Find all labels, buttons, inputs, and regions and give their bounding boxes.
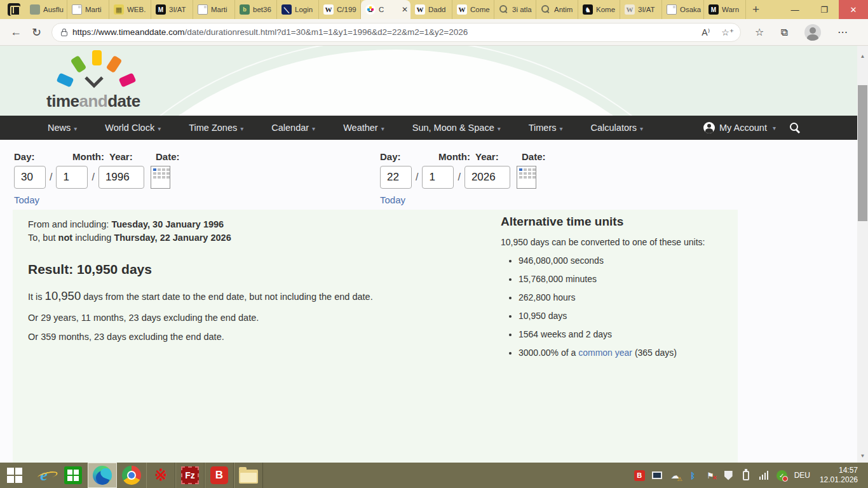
page-scrollbar[interactable]: ▲ ▼ [857,46,868,463]
end-today-link[interactable]: Today [380,194,405,205]
tab-4[interactable]: Marti [193,0,235,19]
list-item: 946,080,000 seconds [519,255,729,266]
tab-10[interactable]: WCome [452,0,494,19]
back-button[interactable]: ← [10,25,22,39]
settings-menu-icon[interactable]: ⋯ [837,26,848,38]
nav-calculators[interactable]: Calculators [591,123,644,133]
favorites-icon[interactable]: ☆ [755,26,764,38]
nav-news[interactable]: News [48,123,77,133]
taskbar-chrome[interactable] [117,463,146,488]
scrollbar-thumb[interactable] [858,85,867,221]
profile-avatar[interactable] [804,24,821,41]
refresh-button[interactable]: ↻ [32,25,41,39]
system-tray: B ☁⚠ ᛒ ⚑✕ ✓ DEU 14:57 12.01.2026 [634,466,868,485]
tray-bitdefender-icon[interactable]: B [634,470,645,481]
horse-favicon-icon: ♞ [583,4,593,15]
tab-3[interactable]: M3I/AT [151,0,193,19]
tab-16[interactable]: MWarn [704,0,746,19]
start-button[interactable] [0,463,29,488]
tab-9[interactable]: WDadd [410,0,452,19]
taskbar-bitdefender[interactable]: B [205,463,234,488]
minimize-button[interactable]: — [780,0,810,19]
year-label: Year: [109,151,156,162]
timeanddate-logo[interactable]: timeanddate [46,48,161,114]
scroll-down-icon[interactable]: ▼ [857,451,868,461]
close-button[interactable]: ✕ [839,0,868,19]
common-year-link[interactable]: common year [578,348,632,358]
taskbar-clock[interactable]: 14:57 12.01.2026 [817,466,862,485]
tab-actions-icon[interactable] [8,3,20,16]
tab-13[interactable]: ♞Kome [578,0,620,19]
month-label: Month: [438,151,475,162]
collections-icon[interactable]: ⧉ [780,27,787,38]
tray-network-signal-icon[interactable] [759,470,770,481]
address-bar[interactable]: https://www.timeanddate.com/date/duratio… [51,23,741,42]
end-date-group: Day: Month: Year: Date: / / Today [380,151,546,206]
navy-favicon-icon: ＼ [281,4,292,15]
url-text[interactable]: https://www.timeanddate.com/date/duratio… [72,27,694,37]
nav-calendar[interactable]: Calendar [271,123,315,133]
tab-6[interactable]: ＼Login [277,0,319,19]
end-month-input[interactable] [422,166,454,189]
tab-15[interactable]: Osaka [662,0,704,19]
taskbar-store[interactable] [58,463,88,488]
lock-icon [61,31,67,36]
restore-button[interactable]: ❐ [810,0,839,19]
photo-favicon-icon [30,4,40,15]
nav-weather[interactable]: Weather [343,123,384,133]
keyboard-language[interactable]: DEU [794,471,810,480]
tab-0[interactable]: Ausflu [25,0,67,19]
main-navigation: News World Clock Time Zones Calendar Wea… [0,116,857,140]
tab-11[interactable]: 3i atla [494,0,536,19]
tab-12[interactable]: Antim [536,0,578,19]
result-summary: From and including: Tuesday, 30 January … [28,218,473,342]
tray-cloud-warning-icon[interactable]: ☁⚠ [670,470,681,481]
nav-time-zones[interactable]: Time Zones [189,123,243,133]
tab-14[interactable]: W3I/AT [620,0,662,19]
tab-active-timeanddate[interactable]: C✕ [361,0,410,19]
bank-favicon-icon: ▦ [114,4,124,15]
start-today-link[interactable]: Today [14,194,39,205]
taskbar-file-explorer[interactable] [234,463,263,488]
result-line-3: Or 359 months, 23 days excluding the end… [28,332,473,342]
start-month-input[interactable] [56,166,88,189]
tab-1[interactable]: Marti [67,0,109,19]
start-date-group: Day: Month: Year: Date: / / Today [14,151,180,206]
windows-logo-icon [7,468,22,483]
nav-world-clock[interactable]: World Clock [105,123,161,133]
m-favicon-icon: M [156,4,166,15]
new-tab-button[interactable]: + [752,3,759,17]
tab-2[interactable]: ▦WEB. [109,0,151,19]
tray-bluetooth-icon[interactable]: ᛒ [688,470,698,481]
end-calendar-icon[interactable] [517,166,536,189]
taskbar-edge-active[interactable] [88,463,117,488]
tray-display-icon[interactable] [652,470,663,481]
taskbar-internet-explorer[interactable]: e [29,463,58,488]
tab-5[interactable]: bbet36 [235,0,277,19]
my-account-menu[interactable]: My Account [703,122,776,133]
add-favorite-icon[interactable]: ☆⁺ [721,27,734,37]
start-day-input[interactable] [14,166,46,189]
tray-action-center-flag-icon[interactable]: ⚑✕ [705,470,716,481]
nav-timers[interactable]: Timers [529,123,563,133]
account-icon [703,122,715,133]
tray-shield-icon[interactable] [723,470,734,481]
end-year-input[interactable] [465,166,510,189]
taskbar-filezilla[interactable]: Fz [175,463,205,488]
start-year-input[interactable] [98,166,144,189]
alt-units-list: 946,080,000 seconds 15,768,000 minutes 2… [519,255,729,358]
tray-battery-icon[interactable] [741,470,752,481]
m-favicon-icon: M [709,4,719,15]
page-favicon-icon [667,4,677,15]
tab-7[interactable]: WC/199 [319,0,361,19]
timeanddate-favicon-icon [365,4,376,15]
search-icon[interactable] [790,123,800,133]
start-calendar-icon[interactable] [151,166,170,189]
read-aloud-icon[interactable]: A⁾ [702,27,710,37]
tray-antivirus-status-icon[interactable]: ✓ [776,470,787,481]
end-day-input[interactable] [380,166,412,189]
scroll-up-icon[interactable]: ▲ [857,51,868,62]
taskbar-app-red[interactable]: ※ [146,463,175,488]
nav-sun-moon-space[interactable]: Sun, Moon & Space [412,123,501,133]
tab-close-icon[interactable]: ✕ [402,5,408,14]
